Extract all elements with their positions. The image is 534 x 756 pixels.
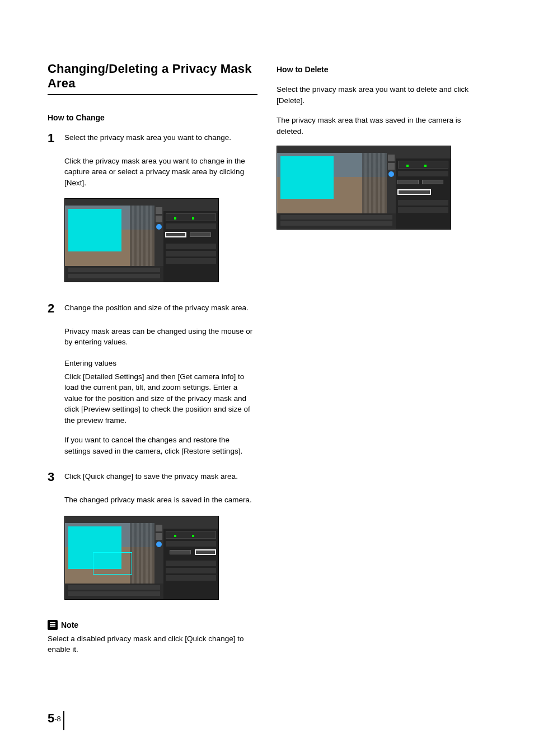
subsection-title: Entering values bbox=[64, 358, 257, 369]
step-3: 3 Click [Quick change] to save the priva… bbox=[48, 471, 257, 605]
step-body: Select the privacy mask area you want to… bbox=[64, 132, 257, 288]
step-number: 1 bbox=[48, 132, 59, 288]
delete-para-2: The privacy mask area that was saved in … bbox=[277, 115, 486, 137]
step-lead: Click [Quick change] to save the privacy… bbox=[64, 471, 257, 482]
note-icon bbox=[48, 620, 58, 630]
screenshot-figure-1 bbox=[64, 198, 219, 282]
step-para: The changed privacy mask area is saved i… bbox=[64, 494, 257, 506]
page-number: -8 bbox=[54, 715, 61, 723]
chapter-number: 5 bbox=[48, 711, 54, 725]
left-column: Changing/Deleting a Privacy Mask Area Ho… bbox=[48, 62, 257, 655]
note-block: Note Select a disabled privacy mask and … bbox=[48, 620, 257, 655]
page-body: Changing/Deleting a Privacy Mask Area Ho… bbox=[0, 0, 534, 689]
section-title: Changing/Deleting a Privacy Mask Area bbox=[48, 62, 257, 95]
screenshot-figure-3 bbox=[277, 146, 451, 230]
delete-para-1: Select the privacy mask area you want to… bbox=[277, 84, 486, 106]
screenshot-figure-2 bbox=[64, 516, 219, 600]
step-1: 1 Select the privacy mask area you want … bbox=[48, 132, 257, 288]
page-footer: 5-8 bbox=[48, 711, 61, 726]
step-number: 3 bbox=[48, 471, 59, 605]
step-body: Click [Quick change] to save the privacy… bbox=[64, 471, 257, 605]
note-text: Select a disabled privacy mask and click… bbox=[48, 633, 257, 655]
step-body: Change the position and size of the priv… bbox=[64, 302, 257, 456]
note-label: Note bbox=[61, 620, 78, 629]
step-number: 2 bbox=[48, 302, 59, 456]
step-para: Click the privacy mask area you want to … bbox=[64, 156, 257, 189]
step-para: If you want to cancel the changes and re… bbox=[64, 435, 257, 456]
how-to-change-heading: How to Change bbox=[48, 113, 257, 122]
footer-rule bbox=[63, 711, 64, 730]
right-column: How to Delete Select the privacy mask ar… bbox=[277, 62, 486, 655]
step-para: Click [Detailed Settings] and then [Get … bbox=[64, 371, 257, 426]
step-para: Privacy mask areas can be changed using … bbox=[64, 326, 257, 348]
step-2: 2 Change the position and size of the pr… bbox=[48, 302, 257, 456]
how-to-delete-heading: How to Delete bbox=[277, 65, 486, 74]
note-head: Note bbox=[48, 620, 257, 630]
step-lead: Select the privacy mask area you want to… bbox=[64, 132, 257, 143]
step-lead: Change the position and size of the priv… bbox=[64, 302, 257, 314]
